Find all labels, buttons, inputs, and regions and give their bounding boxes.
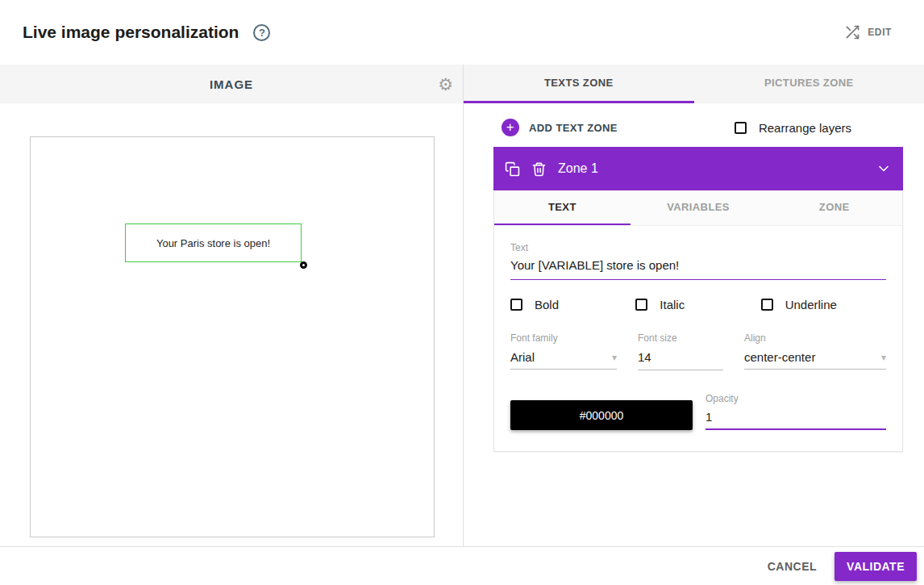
zones-panel: TEXTS ZONE PICTURES ZONE + ADD TEXT ZONE… (464, 65, 924, 546)
font-settings-row: Font family Arial ▾ Font size (510, 332, 886, 370)
bold-checkbox[interactable] (510, 299, 522, 311)
text-input[interactable] (510, 253, 886, 280)
italic-checkbox[interactable] (635, 299, 647, 311)
duplicate-zone-button[interactable] (505, 161, 520, 177)
font-family-select[interactable]: Arial ▾ (510, 350, 617, 370)
zone-card: Zone 1 TEXT VARIABLES ZONE (493, 147, 903, 452)
zone-title: Zone 1 (558, 161, 598, 176)
live-image-personalization-app: Live image personalization ? EDIT IMAGE … (0, 0, 924, 585)
chevron-down-icon: ▾ (612, 352, 617, 363)
text-style-row: Bold Italic Underline (510, 298, 886, 311)
tab-texts-zone[interactable]: TEXTS ZONE (464, 65, 694, 103)
canvas-area: Your Paris store is open! (0, 103, 463, 546)
app-header: Live image personalization ? EDIT (0, 0, 924, 65)
bold-toggle[interactable]: Bold (510, 298, 635, 311)
text-field-group: Text (510, 242, 886, 280)
opacity-label: Opacity (705, 393, 886, 404)
font-size-input[interactable] (638, 350, 723, 370)
tab-zone[interactable]: ZONE (766, 190, 902, 225)
shuffle-icon (844, 24, 860, 40)
header-title-group: Live image personalization ? (23, 23, 270, 42)
zone-panel: TEXT VARIABLES ZONE Text Bold (493, 190, 903, 452)
font-family-value: Arial (510, 350, 535, 364)
underline-label: Underline (785, 298, 837, 311)
italic-label: Italic (660, 298, 685, 311)
italic-toggle[interactable]: Italic (635, 298, 760, 311)
canvas-text-zone[interactable]: Your Paris store is open! (125, 224, 302, 262)
font-size-label: Font size (638, 332, 723, 344)
delete-zone-button[interactable] (531, 161, 547, 177)
opacity-input[interactable] (705, 410, 886, 430)
font-family-label: Font family (510, 332, 617, 344)
edit-button[interactable]: EDIT (839, 23, 897, 41)
underline-checkbox[interactable] (761, 299, 773, 311)
zones-tab-bar: TEXTS ZONE PICTURES ZONE (464, 65, 924, 103)
page-title: Live image personalization (23, 23, 239, 42)
image-panel: IMAGE ⚙ Your Paris store is open! (0, 65, 464, 546)
copy-icon (505, 161, 520, 177)
gear-icon[interactable]: ⚙ (438, 76, 453, 93)
cancel-button[interactable]: CANCEL (755, 552, 830, 581)
chevron-down-icon: ▾ (881, 352, 886, 363)
zone-inner-tab-bar: TEXT VARIABLES ZONE (494, 190, 902, 226)
align-label: Align (744, 332, 886, 344)
help-icon[interactable]: ? (253, 24, 270, 41)
rearrange-layers-label: Rearrange layers (759, 121, 851, 135)
underline-toggle[interactable]: Underline (761, 298, 886, 311)
rearrange-layers-toggle[interactable]: Rearrange layers (735, 121, 851, 135)
image-panel-title: IMAGE (210, 77, 253, 91)
add-text-zone-label: ADD TEXT ZONE (529, 122, 618, 134)
bold-label: Bold (535, 298, 559, 311)
footer-bar: CANCEL VALIDATE (0, 546, 924, 585)
zone-actions-row: + ADD TEXT ZONE Rearrange layers (502, 119, 851, 136)
align-value: center-center (744, 350, 815, 364)
image-canvas[interactable]: Your Paris store is open! (30, 136, 435, 537)
font-family-group: Font family Arial ▾ (510, 332, 617, 370)
trash-icon (531, 161, 547, 177)
font-size-group: Font size (638, 332, 723, 370)
tab-variables[interactable]: VARIABLES (631, 190, 767, 225)
canvas-text: Your Paris store is open! (156, 237, 270, 249)
tab-pictures-zone[interactable]: PICTURES ZONE (694, 65, 924, 103)
image-panel-header: IMAGE ⚙ (0, 65, 463, 103)
opacity-group: Opacity (705, 393, 886, 430)
color-opacity-row: #000000 Opacity (510, 393, 886, 430)
zone-header[interactable]: Zone 1 (493, 147, 903, 190)
rearrange-layers-checkbox[interactable] (735, 122, 747, 134)
zone-text-settings: Text Bold Italic (494, 226, 902, 451)
chevron-down-icon[interactable] (876, 161, 892, 177)
text-field-label: Text (510, 242, 886, 253)
plus-icon: + (502, 119, 519, 136)
edit-label: EDIT (868, 27, 892, 38)
validate-button[interactable]: VALIDATE (835, 552, 917, 581)
tab-text[interactable]: TEXT (494, 190, 631, 225)
align-select[interactable]: center-center ▾ (744, 350, 886, 370)
color-picker-button[interactable]: #000000 (510, 400, 693, 430)
resize-handle[interactable] (300, 261, 307, 269)
add-text-zone-button[interactable]: + ADD TEXT ZONE (502, 119, 618, 136)
main-area: IMAGE ⚙ Your Paris store is open! TEXTS … (0, 65, 924, 546)
align-group: Align center-center ▾ (744, 332, 886, 370)
